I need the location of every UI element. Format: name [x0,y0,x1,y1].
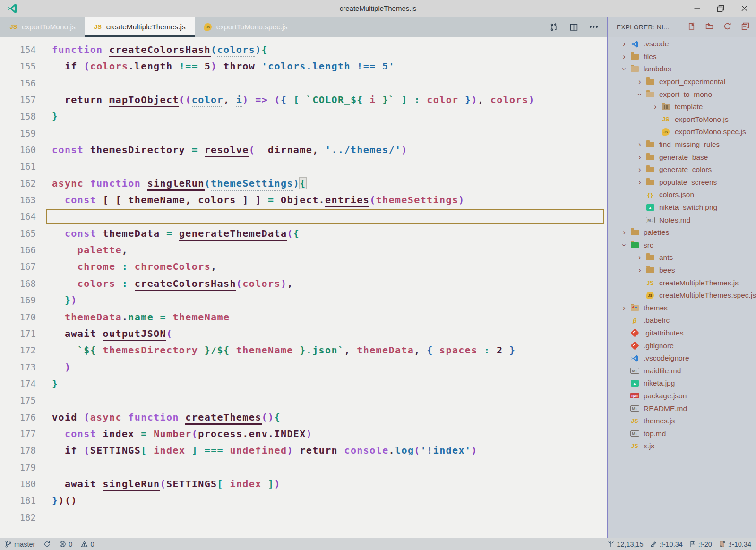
chevron-right-icon[interactable]: › [619,40,629,48]
tree-item-export_to_mono[interactable]: ›export_to_mono [608,88,756,101]
new-folder-button[interactable] [705,22,713,32]
tree-item-export_experimental[interactable]: ›export_experimental [608,76,756,88]
refresh-explorer-button[interactable] [723,22,731,32]
chevron-down-icon[interactable]: › [620,64,628,74]
tab-exportToMono.js[interactable]: JSexportToMono.js [0,17,85,37]
tree-item-palettes[interactable]: ›palettes [608,226,756,239]
line-number[interactable]: 174 [0,378,36,389]
tree-item-themes.js[interactable]: JSthemes.js [608,415,756,428]
status-flag[interactable]: :!-20 [689,541,712,548]
tree-item-maidfile.md[interactable]: M↓maidfile.md [608,364,756,377]
tree-item-Notes.md[interactable]: M↓Notes.md [608,214,756,226]
code-line-163[interactable]: 163 const [ [ themeName, colors ] ] = Ob… [0,191,607,208]
code-line-154[interactable]: 154function createColorsHash(colors){ [0,41,607,58]
tree-item-find_missing_rules[interactable]: ›find_missing_rules [608,138,756,151]
tree-item-top.md[interactable]: M↓top.md [608,427,756,440]
status-pencil[interactable]: :!-10.34 [650,541,683,548]
chevron-right-icon[interactable]: › [619,304,629,312]
line-number[interactable]: 172 [0,345,36,355]
tree-item-README.md[interactable]: M↓README.md [608,402,756,415]
chevron-right-icon[interactable]: › [635,154,644,161]
code-editor[interactable]: 153154function createColorsHash(colors){… [0,37,607,538]
tree-item-exportToMono.js[interactable]: JSexportToMono.js [608,113,756,126]
line-number[interactable]: 160 [0,145,36,155]
tree-item-exportToMono.spec.js[interactable]: JSexportToMono.spec.js [608,126,756,138]
status-warning[interactable]: 0 [81,541,94,548]
maximize-button[interactable] [709,0,732,17]
code-line-177[interactable]: 177 const index = Number(process.env.IND… [0,425,607,442]
code-line-176[interactable]: 176void (async function createThemes(){ [0,409,607,425]
code-line-155[interactable]: 155 if (colors.length !== 5) throw 'colo… [0,58,607,75]
line-number[interactable]: 162 [0,178,36,189]
line-number[interactable]: 167 [0,261,36,272]
tree-item-ants[interactable]: ›ants [608,251,756,264]
line-number[interactable]: 166 [0,245,36,255]
status-sync[interactable] [43,541,51,548]
code-line-153[interactable]: 153 [0,37,607,41]
chevron-right-icon[interactable]: › [619,53,629,60]
tree-item-x.js[interactable]: JSx.js [608,440,756,453]
code-line-175[interactable]: 175 [0,392,607,409]
status-error[interactable]: 0 [59,541,72,548]
chevron-down-icon[interactable]: › [620,241,628,250]
code-line-161[interactable]: 161 [0,158,607,175]
tree-item-.gitignore[interactable]: .gitignore [608,339,756,352]
minimize-button[interactable] [685,0,709,17]
tree-item-lambdas[interactable]: ›lambdas [608,63,756,76]
tree-item-populate_screens[interactable]: ›populate_screens [608,176,756,189]
line-number[interactable]: 176 [0,412,36,422]
tree-item-createMultipleThemes.js[interactable]: JScreateMultipleThemes.js [608,276,756,289]
status-git-branch[interactable]: master [5,541,35,548]
more-actions-button[interactable] [587,20,600,34]
code-line-179[interactable]: 179 [0,459,607,475]
line-number[interactable]: 179 [0,462,36,473]
code-line-181[interactable]: 181})() [0,492,607,509]
line-number[interactable]: 156 [0,78,36,88]
line-number[interactable]: 154 [0,44,36,55]
line-number[interactable]: 180 [0,479,36,489]
code-line-172[interactable]: 172 `${ themesDirectory }/${ themeName }… [0,342,607,359]
chevron-right-icon[interactable]: › [635,166,644,173]
code-line-158[interactable]: 158} [0,108,607,125]
code-line-157[interactable]: 157 return mapToObject((color, i) => ({ … [0,91,607,108]
tree-item-template[interactable]: ›template [608,101,756,113]
line-number[interactable]: 161 [0,161,36,172]
tree-item-generate_colors[interactable]: ›generate_colors [608,163,756,176]
tree-item-colors.json[interactable]: { }colors.json [608,189,756,201]
line-number[interactable]: 159 [0,128,36,138]
code-line-156[interactable]: 156 [0,75,607,91]
code-line-168[interactable]: 168 colors : createColorsHash(colors), [0,275,607,292]
line-number[interactable]: 171 [0,328,36,339]
tree-item-.vscode[interactable]: ›.vscode [608,38,756,51]
tree-item-niketa.jpg[interactable]: ▲niketa.jpg [608,377,756,390]
collapse-folders-button[interactable] [741,22,749,32]
tree-item-src[interactable]: ›src [608,239,756,252]
tree-item-niketa_switch.png[interactable]: ▲niketa_switch.png [608,201,756,214]
code-line-159[interactable]: 159 [0,125,607,141]
tab-createMultipleThemes.js[interactable]: JScreateMultipleThemes.js [85,17,195,37]
chevron-right-icon[interactable]: › [651,103,660,111]
line-number[interactable]: 169 [0,295,36,305]
code-line-160[interactable]: 160const themesDirectory = resolve(__dir… [0,141,607,158]
line-number[interactable]: 175 [0,395,36,405]
tree-item-generate_base[interactable]: ›generate_base [608,151,756,163]
tree-item-bees[interactable]: ›bees [608,264,756,277]
line-number[interactable]: 177 [0,429,36,439]
line-number[interactable]: 178 [0,445,36,455]
tree-item-.gitattributes[interactable]: .gitattributes [608,327,756,340]
line-number[interactable]: 170 [0,312,36,322]
new-file-button[interactable] [687,22,696,32]
code-line-174[interactable]: 174} [0,375,607,392]
status-scroll[interactable]: :!-10.34 [719,541,751,548]
line-number[interactable]: 173 [0,362,36,372]
chevron-right-icon[interactable]: › [635,179,644,186]
chevron-down-icon[interactable]: › [636,90,644,99]
chevron-right-icon[interactable]: › [635,78,644,86]
chevron-right-icon[interactable]: › [635,266,644,274]
line-number[interactable]: 157 [0,95,36,105]
tree-item-createMultipleThemes.spec.js[interactable]: JScreateMultipleThemes.spec.js [608,289,756,302]
line-number[interactable]: 163 [0,195,36,205]
tree-item-.vscodeignore[interactable]: .vscodeignore [608,352,756,365]
line-number[interactable]: 155 [0,61,36,71]
code-line-173[interactable]: 173 ) [0,359,607,375]
